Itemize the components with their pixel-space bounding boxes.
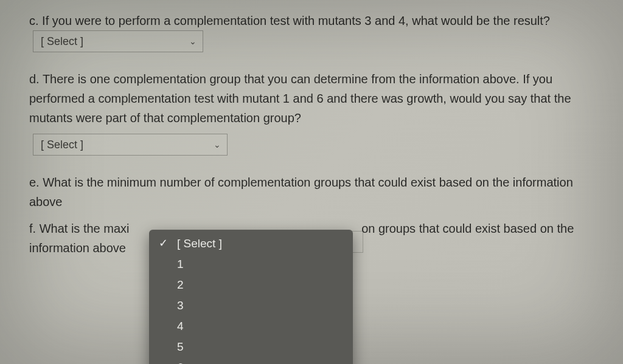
dropdown-option-label: [ Select ] [177, 237, 222, 250]
dropdown-option-label: 3 [177, 299, 184, 312]
dropdown-option-label: 6 [177, 361, 184, 364]
dropdown-option-1[interactable]: 1 [149, 254, 353, 275]
dropdown-option-selected[interactable]: [ Select ] [149, 233, 353, 254]
dropdown-option-label: 4 [177, 320, 184, 332]
dropdown-option-4[interactable]: 4 [149, 316, 353, 337]
question-f-text-before: f. What is the maxi [29, 219, 151, 238]
chevron-down-icon: ⌄ [214, 138, 221, 151]
question-d-select-label: [ Select ] [41, 136, 83, 154]
dropdown-option-5[interactable]: 5 [149, 337, 353, 357]
dropdown-option-2[interactable]: 2 [149, 275, 353, 295]
question-e: e. What is the minimum number of complem… [29, 173, 594, 211]
question-d: d. There is one complementation group th… [29, 69, 594, 156]
question-e-text: e. What is the minimum number of complem… [29, 176, 573, 208]
question-c-select[interactable]: [ Select ] ⌄ [33, 30, 203, 52]
chevron-down-icon: ⌄ [189, 35, 197, 48]
question-c: c. If you were to perform a complementat… [29, 11, 594, 52]
question-e-dropdown[interactable]: [ Select ] 1 2 3 4 5 6 [149, 230, 353, 364]
question-c-select-label: [ Select ] [41, 33, 83, 50]
dropdown-option-label: 1 [177, 258, 184, 270]
question-d-text: d. There is one complementation group th… [29, 72, 571, 125]
dropdown-option-3[interactable]: 3 [149, 295, 353, 316]
dropdown-option-6[interactable]: 6 [149, 357, 353, 364]
dropdown-option-label: 2 [177, 278, 184, 291]
question-d-select[interactable]: [ Select ] ⌄ [33, 134, 228, 156]
question-c-text: c. If you were to perform a complementat… [29, 14, 550, 27]
dropdown-option-label: 5 [177, 340, 184, 353]
